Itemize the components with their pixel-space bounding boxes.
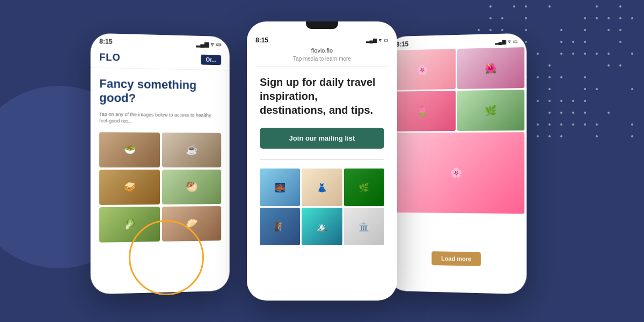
phone-left-headline: Fancy something good?: [99, 77, 221, 107]
phone-center: 8:15 ▂▄▆ ▿ ▭ flovio.flo Tap media to lea…: [247, 21, 397, 301]
load-more-button[interactable]: Load more: [431, 251, 481, 266]
photo-green-stem[interactable]: 🌿: [457, 90, 524, 131]
photo-hikers[interactable]: 🧗: [260, 208, 300, 245]
wifi-icon: ▿: [211, 41, 214, 48]
photo-drink[interactable]: ☕: [162, 133, 221, 167]
orange-circle-decoration: [129, 220, 204, 295]
battery-icon-center: ▭: [384, 38, 389, 43]
signal-icon: ▂▄▆: [196, 40, 208, 47]
photo-white-town[interactable]: 🏛️: [344, 208, 384, 245]
center-body: Sign up for daily travel inspiration, de…: [247, 67, 397, 254]
scene: 8:15 ▂▄▆ ▿ ▭ FLO Or... Fancy something g…: [0, 0, 644, 322]
phone-center-notch: [295, 21, 349, 32]
phone-right-time: 8:15: [396, 40, 408, 48]
center-cta-button[interactable]: Join our mailing list: [260, 128, 384, 149]
wifi-icon-right: ▿: [508, 39, 511, 44]
photo-lake[interactable]: 🏔️: [302, 208, 342, 245]
battery-icon-right: ▭: [513, 39, 518, 44]
phone-right: 8:15 ▂▄▆ ▿ ▭ 🌸 🌺 🌷 🌿 🌸 Load more: [387, 33, 526, 295]
phone-center-notch-inner: [306, 21, 338, 29]
battery-icon: ▭: [216, 41, 221, 48]
center-tap-hint: Tap media to learn more: [247, 56, 397, 66]
phone-left-status-icons: ▂▄▆ ▿ ▭: [196, 40, 221, 48]
wifi-icon-center: ▿: [379, 38, 382, 43]
photo-lotus[interactable]: 🌷: [390, 91, 455, 131]
center-divider: [260, 159, 384, 160]
signal-icon-center: ▂▄▆: [366, 38, 377, 43]
phone-left-nav: FLO Or...: [91, 47, 230, 71]
phone-center-status-icons: ▂▄▆ ▿ ▭: [366, 38, 389, 43]
photo-woman[interactable]: 👗: [302, 169, 342, 206]
phone-left-nav-button[interactable]: Or...: [201, 55, 222, 65]
phone-left-time: 8:15: [99, 38, 112, 46]
photo-pink-flowers-1[interactable]: 🌸: [390, 49, 455, 90]
photo-sandwich2[interactable]: 🥙: [162, 170, 221, 204]
photo-sandwich1[interactable]: 🥪: [99, 170, 160, 205]
photo-food[interactable]: 🥗: [99, 132, 160, 167]
phone-center-time: 8:15: [255, 36, 268, 44]
center-headline: Sign up for daily travel inspiration, de…: [260, 75, 384, 117]
photo-jungle[interactable]: 🌿: [344, 169, 384, 206]
photo-bridge[interactable]: 🌉: [260, 169, 300, 206]
phone-right-photo-grid: 🌸 🌺 🌷 🌿 🌸: [387, 47, 526, 217]
phone-left-logo: FLO: [99, 52, 121, 63]
center-url-bar: flovio.flo: [247, 46, 397, 56]
photo-cherry-blossom[interactable]: 🌸: [390, 132, 524, 214]
signal-icon-right: ▂▄▆: [495, 39, 506, 45]
phone-left-subtext: Tap on any of the images below to access…: [99, 111, 221, 126]
center-photo-grid: 🌉 👗 🌿 🧗 🏔️ 🏛️: [260, 169, 384, 245]
phone-center-status: 8:15 ▂▄▆ ▿ ▭: [247, 32, 397, 46]
phone-right-status-icons: ▂▄▆ ▿ ▭: [495, 39, 518, 45]
photo-magnolia[interactable]: 🌺: [457, 47, 524, 89]
